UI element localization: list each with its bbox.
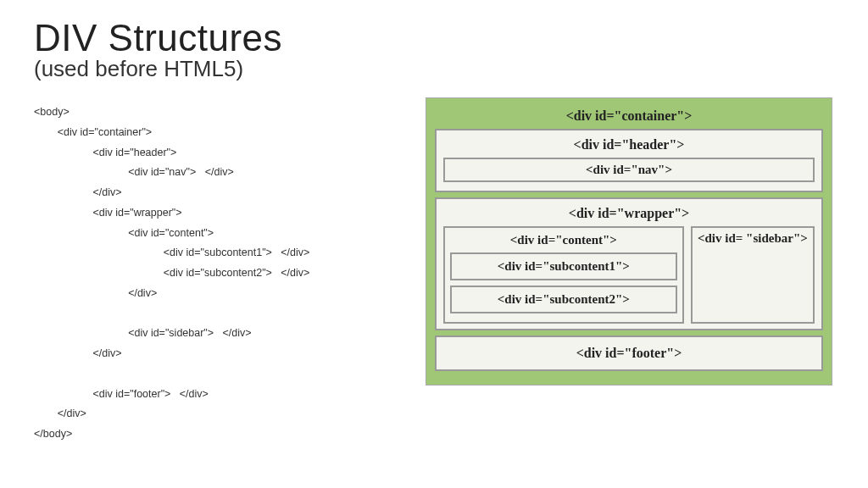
- box-subcontent2: <div id="subcontent2">: [450, 286, 677, 313]
- label-header: <div id="header">: [443, 137, 815, 152]
- box-wrapper: <div id="wrapper"> <div id="content"> <d…: [435, 197, 823, 330]
- content-row: <body> <div id="container"> <div id="hea…: [34, 97, 834, 471]
- code-listing: <body> <div id="container"> <div id="hea…: [34, 97, 407, 471]
- box-subcontent1: <div id="subcontent1">: [450, 252, 677, 280]
- box-footer: <div id="footer">: [435, 336, 823, 371]
- slide-subtitle: (used before HTML5): [34, 56, 834, 82]
- wrapper-inner-row: <div id="content"> <div id="subcontent1"…: [443, 226, 815, 324]
- label-footer: <div id="footer">: [576, 346, 682, 360]
- box-content: <div id="content"> <div id="subcontent1"…: [443, 226, 684, 324]
- slide-title: DIV Structures: [34, 17, 834, 59]
- box-nav: <div id="nav">: [443, 158, 815, 182]
- diagram-container: <div id="container"> <div id="header"> <…: [426, 97, 832, 385]
- slide: DIV Structures (used before HTML5) <body…: [0, 0, 868, 488]
- label-container: <div id="container">: [435, 108, 823, 124]
- label-sidebar: <div id= "sidebar">: [698, 231, 808, 246]
- label-wrapper: <div id="wrapper">: [443, 206, 815, 221]
- box-sidebar: <div id= "sidebar">: [691, 226, 815, 324]
- diagram-column: <div id="container"> <div id="header"> <…: [424, 97, 834, 471]
- label-content: <div id="content">: [450, 233, 677, 247]
- box-header: <div id="header"> <div id="nav">: [435, 129, 823, 192]
- title-block: DIV Structures (used before HTML5): [34, 17, 834, 82]
